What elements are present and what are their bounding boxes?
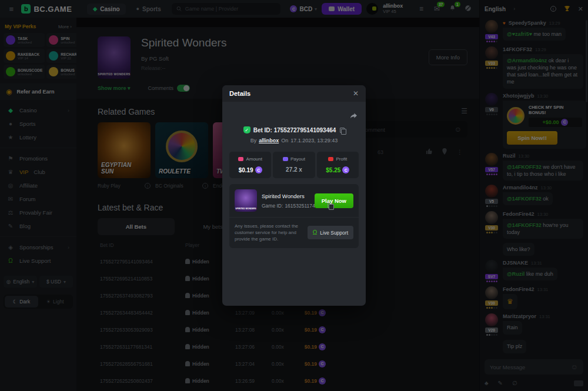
- stat-icon: [283, 157, 288, 161]
- stat-label: Payout: [290, 156, 305, 162]
- stat-label: Amount: [246, 156, 262, 162]
- stat-value: 27.2 x: [286, 166, 302, 173]
- stat-icon: [328, 157, 333, 161]
- stat-value: $0.19: [239, 167, 253, 173]
- bet-id-row: Bet ID: 1755272795141093464: [229, 126, 359, 133]
- player-link[interactable]: allinbox: [259, 138, 279, 143]
- on-label: On: [281, 138, 288, 143]
- modal-title: Details: [229, 90, 250, 97]
- live-support-button[interactable]: Ω Live Support: [308, 226, 353, 239]
- game-name[interactable]: Spirited Wonders: [262, 193, 310, 199]
- app-root: ≡ b BC.GAME ◆ Casino ● Sports C BCD ▾: [0, 0, 588, 391]
- stat-icon: [238, 157, 243, 161]
- verified-shield-icon: [243, 126, 250, 133]
- stat-card: Payout 27.2 x: [273, 152, 315, 178]
- bet-id-value: 1755272795141093464: [274, 127, 336, 133]
- headset-icon: Ω: [313, 229, 317, 236]
- coin-icon: C: [342, 166, 349, 173]
- live-support-label: Live Support: [320, 230, 348, 236]
- by-label: By: [250, 138, 257, 143]
- copy-icon[interactable]: [340, 128, 345, 133]
- modal-header: Details ✕: [222, 85, 366, 102]
- bet-datetime: 17.1.2023, 13:29:43: [290, 138, 338, 143]
- bet-byline: By allinbox On 17.1.2023, 13:29:43: [229, 138, 359, 143]
- bet-details-modal: Details ✕ Bet ID: 1755272795141093464 By…: [222, 85, 366, 306]
- modal-note-row: Any issues, please contact the customer …: [229, 217, 359, 248]
- game-id-label: Game ID:: [262, 203, 283, 209]
- coin-icon: C: [255, 166, 262, 173]
- copy-icon[interactable]: [328, 203, 332, 208]
- share-icon[interactable]: [350, 111, 358, 122]
- stat-card: Amount $0.19 C: [229, 152, 271, 178]
- modal-game-card: SPIRITED WONDERS Spirited Wonders Game I…: [229, 184, 359, 217]
- stat-card: Profit $5.25 C: [317, 152, 359, 178]
- close-icon[interactable]: ✕: [353, 89, 359, 98]
- modal-body: Bet ID: 1755272795141093464 By allinbox …: [222, 102, 366, 254]
- bet-stats: Amount $0.19 C Payout: [229, 152, 359, 178]
- stat-label: Profit: [336, 156, 347, 162]
- support-note: Any issues, please contact the customer …: [235, 223, 303, 243]
- bet-id-label: Bet ID:: [253, 127, 272, 133]
- stat-value: $5.25: [326, 167, 340, 173]
- game-thumbnail[interactable]: SPIRITED WONDERS: [235, 189, 257, 212]
